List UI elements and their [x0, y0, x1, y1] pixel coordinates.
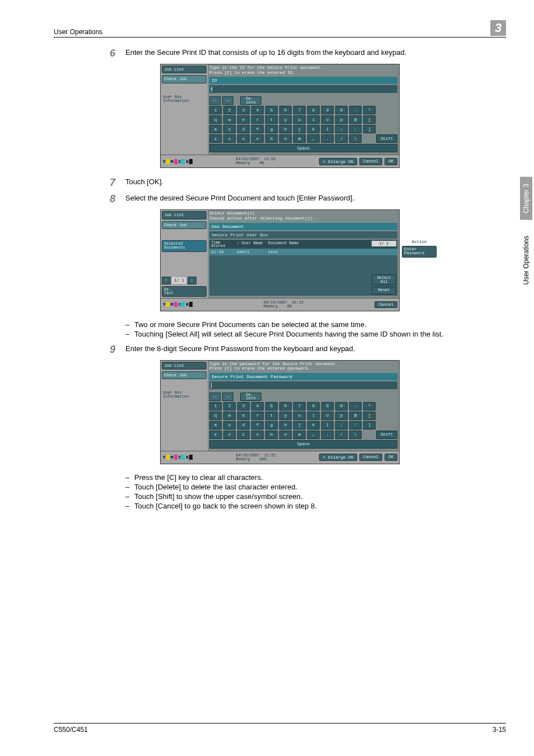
key-5[interactable]: 5	[265, 402, 278, 410]
col-time[interactable]: Time Stored	[211, 241, 233, 248]
key-i[interactable]: i	[307, 115, 320, 124]
key-;[interactable]: ;	[335, 125, 348, 133]
key-e[interactable]: e	[237, 412, 250, 420]
job-list-button[interactable]: Job List	[162, 362, 207, 370]
key-z[interactable]: z	[209, 134, 222, 143]
select-all-button[interactable]: Select All	[372, 274, 396, 285]
key-z[interactable]: z	[209, 431, 222, 439]
key-3[interactable]: 3	[237, 106, 250, 114]
key-5[interactable]: 5	[265, 106, 278, 114]
key-8[interactable]: 8	[307, 106, 320, 114]
key-f[interactable]: f	[251, 421, 264, 430]
key-m[interactable]: m	[293, 431, 306, 439]
reset-button[interactable]: Reset	[372, 287, 396, 295]
key-:[interactable]: :	[349, 125, 362, 133]
space-key[interactable]: Space	[209, 144, 397, 152]
enter-password-button[interactable]: Enter Password	[402, 246, 437, 258]
key-r[interactable]: r	[251, 412, 264, 420]
key-c[interactable]: c	[237, 431, 250, 439]
key-n[interactable]: n	[279, 134, 292, 143]
key-:[interactable]: :	[349, 421, 362, 430]
left-arrow-key[interactable]: ←	[209, 96, 221, 105]
key-1[interactable]: 1	[209, 402, 222, 410]
delete-key[interactable]: De- lete	[240, 393, 261, 401]
key-j[interactable]: j	[293, 421, 306, 430]
page-up-button[interactable]: ↑	[162, 277, 171, 284]
key-l[interactable]: l	[321, 125, 334, 133]
id-input[interactable]	[209, 85, 397, 93]
key-t[interactable]: t	[265, 412, 278, 420]
check-job-button[interactable]: Check Job	[162, 371, 207, 379]
key-o[interactable]: o	[321, 115, 334, 124]
key-;[interactable]: ;	[335, 421, 348, 430]
detail-button[interactable]: De- tail	[162, 286, 207, 297]
key-y[interactable]: y	[279, 412, 292, 420]
check-job-button[interactable]: Check Job	[162, 75, 207, 83]
key-p[interactable]: p	[335, 115, 348, 124]
key-x[interactable]: x	[223, 431, 236, 439]
key-m[interactable]: m	[293, 134, 306, 143]
key-d[interactable]: d	[237, 421, 250, 430]
left-arrow-key[interactable]: ←	[209, 393, 221, 401]
key-e[interactable]: e	[237, 115, 250, 124]
cancel-button[interactable]: Cancel	[359, 158, 382, 165]
key-[[interactable]: [	[363, 115, 376, 124]
key-[[interactable]: [	[363, 412, 376, 420]
key-u[interactable]: u	[293, 115, 306, 124]
delete-key[interactable]: De- lete	[240, 96, 261, 105]
document-row[interactable]: 11:18 user1 test	[209, 249, 397, 255]
key-][interactable]: ]	[363, 421, 376, 430]
key-a[interactable]: a	[209, 125, 222, 133]
job-list-button[interactable]: Job List	[162, 66, 207, 73]
key-b[interactable]: b	[265, 134, 278, 143]
key-9[interactable]: 9	[321, 106, 334, 114]
page-down-button[interactable]: ↓	[188, 277, 196, 284]
key-0[interactable]: 0	[335, 106, 348, 114]
key-4[interactable]: 4	[251, 402, 264, 410]
key-v[interactable]: v	[251, 134, 264, 143]
ok-button[interactable]: OK	[385, 158, 397, 165]
right-arrow-key[interactable]: →	[222, 96, 233, 105]
key-.[interactable]: .	[321, 431, 334, 439]
key-9[interactable]: 9	[321, 402, 334, 410]
key-g[interactable]: g	[265, 125, 278, 133]
key-7[interactable]: 7	[293, 402, 306, 410]
key-@[interactable]: @	[349, 115, 362, 124]
ok-button[interactable]: OK	[385, 454, 397, 461]
key--[interactable]: -	[349, 402, 362, 410]
key-j[interactable]: j	[293, 125, 306, 133]
key--[interactable]: -	[349, 106, 362, 114]
key-k[interactable]: k	[307, 125, 320, 133]
enlarge-button[interactable]: Enlarge ON	[319, 158, 357, 165]
key-o[interactable]: o	[321, 412, 334, 420]
key-n[interactable]: n	[279, 431, 292, 439]
key-8[interactable]: 8	[307, 402, 320, 410]
key-t[interactable]: t	[265, 115, 278, 124]
key-][interactable]: ]	[363, 125, 376, 133]
space-key[interactable]: Space	[209, 440, 397, 449]
key-,[interactable]: ,	[307, 134, 320, 143]
check-job-button[interactable]: Check Job	[162, 221, 207, 229]
use-document-tab[interactable]: Use Document	[209, 223, 397, 230]
right-arrow-key[interactable]: →	[222, 393, 233, 401]
key-d[interactable]: d	[237, 125, 250, 133]
key-l[interactable]: l	[321, 421, 334, 430]
col-doc[interactable]: Document Name	[268, 241, 299, 248]
key-2[interactable]: 2	[223, 106, 236, 114]
key-s[interactable]: s	[223, 421, 236, 430]
key-x[interactable]: x	[223, 134, 236, 143]
key-i[interactable]: i	[307, 412, 320, 420]
key-/[interactable]: /	[335, 431, 348, 439]
key-\[interactable]: \	[349, 431, 362, 439]
col-user[interactable]: ↕ User Name	[237, 241, 265, 248]
key-b[interactable]: b	[265, 431, 278, 439]
key-6[interactable]: 6	[279, 402, 292, 410]
secure-box-tab[interactable]: Secure Print User Box	[209, 231, 397, 239]
key-h[interactable]: h	[279, 125, 292, 133]
key-^[interactable]: ^	[363, 402, 376, 410]
key-g[interactable]: g	[265, 421, 278, 430]
shift-key[interactable]: Shift	[376, 134, 397, 143]
key-.[interactable]: .	[321, 134, 334, 143]
key-0[interactable]: 0	[335, 402, 348, 410]
key-v[interactable]: v	[251, 431, 264, 439]
